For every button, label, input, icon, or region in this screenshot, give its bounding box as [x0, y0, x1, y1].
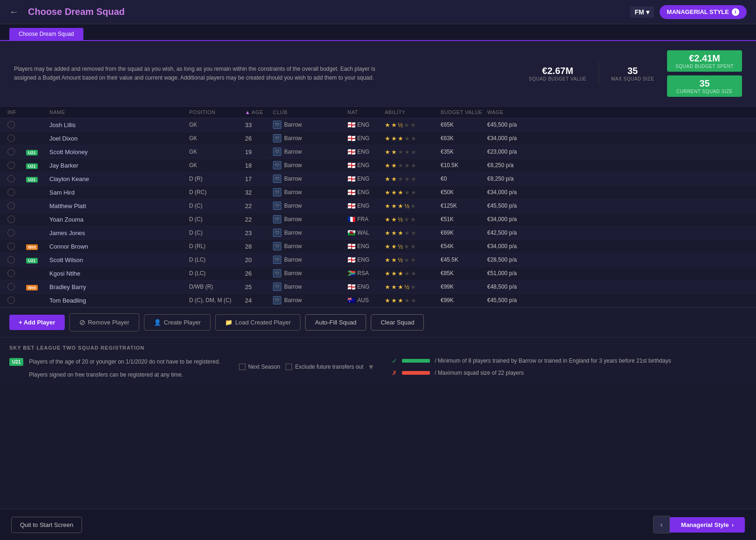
col-inf — [7, 243, 26, 250]
col-header-budget-value[interactable]: BUDGET VALUE — [441, 109, 487, 115]
rule2-text: / Maximum squad size of 22 players — [435, 370, 524, 376]
managerial-style-button[interactable]: MANAGERIAL STYLE i — [660, 5, 747, 19]
player-age: 20 — [245, 256, 273, 263]
player-nationality: 🏴󠁧󠁢󠁥󠁮󠁧󠁿 ENG — [347, 283, 385, 290]
registration-title: SKY BET LEAGUE TWO SQUAD REGISTRATION — [9, 345, 747, 351]
col-inf — [7, 256, 26, 263]
player-age: 22 — [245, 216, 273, 223]
rule1-text: / Minimum of 8 players trained by Barrow… — [435, 358, 671, 364]
table-row[interactable]: Matthew Platt D (C) 22 🛡 Barrow 🏴󠁧󠁢󠁥󠁮󠁧󠁿 … — [0, 199, 756, 213]
auto-fill-squad-button[interactable]: Auto-Fill Squad — [305, 314, 366, 331]
create-player-button[interactable]: 👤 Create Player — [144, 314, 211, 331]
club-shield-icon: 🛡 — [273, 121, 281, 129]
table-row[interactable]: Sam Hird D (RC) 32 🛡 Barrow 🏴󠁧󠁢󠁥󠁮󠁧󠁿 ENG … — [0, 186, 756, 199]
player-nationality: 🇫🇷 FRA — [347, 216, 385, 223]
table-row[interactable]: U21 Scott Moloney GK 19 🛡 Barrow 🏴󠁧󠁢󠁥󠁮󠁧󠁿… — [0, 145, 756, 159]
player-position: D (LC) — [189, 256, 245, 263]
check-icon-1: ✓ — [392, 357, 397, 364]
remove-player-button[interactable]: ⊘ Remove Player — [69, 313, 139, 331]
flag-icon: 🏴󠁧󠁢󠁷󠁬󠁳󠁿 — [347, 229, 355, 236]
registration-left: U21 Players of the age of 20 or younger … — [9, 357, 220, 380]
col-header-club[interactable]: CLUB — [273, 109, 347, 115]
chevron-down-icon[interactable]: ▾ — [369, 362, 373, 372]
inf-check — [7, 189, 15, 196]
player-ability: ★★½★★ — [385, 216, 441, 223]
player-position: D (C) — [189, 202, 245, 209]
col-badge: U21 — [26, 148, 49, 155]
player-ability: ★★★★★ — [385, 162, 441, 169]
club-shield-icon: 🛡 — [273, 215, 281, 223]
player-nationality: 🏴󠁧󠁢󠁥󠁮󠁧󠁿 ENG — [347, 189, 385, 196]
player-wage: €8,250 p/a — [487, 162, 543, 169]
player-wage: €8,250 p/a — [487, 176, 543, 182]
col-badge: U21 — [26, 256, 49, 263]
clear-squad-button[interactable]: Clear Squad — [371, 314, 424, 331]
fm-menu-button[interactable]: FM ▾ — [630, 7, 654, 18]
next-season-button[interactable]: Managerial Style › — [670, 517, 745, 533]
table-row[interactable]: Wnt Connor Brown D (RL) 28 🛡 Barrow 🏴󠁧󠁢󠁥… — [0, 240, 756, 253]
flag-icon: 🇿🇦 — [347, 270, 355, 277]
prev-button[interactable]: ‹ — [653, 516, 670, 533]
cross-icon-1: ✗ — [392, 369, 397, 377]
tab-choose-dream-squad[interactable]: Choose Dream Squad — [9, 28, 83, 40]
inf-check — [7, 216, 15, 223]
player-budget-value: €51K — [441, 216, 487, 223]
player-ability: ★★★★★ — [385, 189, 441, 196]
player-budget-value: €99K — [441, 284, 487, 290]
flag-icon: 🇫🇷 — [347, 216, 355, 223]
player-ability: ★★★★★ — [385, 135, 441, 142]
col-header-name[interactable]: NAME — [49, 109, 189, 115]
table-row[interactable]: James Jones D (C) 23 🛡 Barrow 🏴󠁧󠁢󠁷󠁬󠁳󠁿 WA… — [0, 226, 756, 240]
exclude-transfers-checkbox-input[interactable] — [286, 364, 292, 370]
player-ability: ★★★★★ — [385, 297, 441, 304]
col-header-ability[interactable]: ABILITY — [385, 109, 441, 115]
player-position: GK — [189, 148, 245, 155]
back-button[interactable]: ← — [9, 7, 19, 17]
u21-badge: U21 — [26, 177, 38, 182]
player-name: Bradley Barry — [49, 284, 189, 290]
player-club: 🛡 Barrow — [273, 242, 347, 250]
table-row[interactable]: U21 Jay Barker GK 18 🛡 Barrow 🏴󠁧󠁢󠁥󠁮󠁧󠁿 EN… — [0, 159, 756, 172]
player-ability: ★★★★★ — [385, 176, 441, 182]
header-right: FM ▾ MANAGERIAL STYLE i — [630, 5, 747, 19]
player-position: GK — [189, 122, 245, 128]
table-row[interactable]: U21 Clayton Keane D (R) 17 🛡 Barrow 🏴󠁧󠁢󠁥… — [0, 172, 756, 186]
player-position: D (C) — [189, 216, 245, 223]
u21-badge: U21 — [26, 150, 38, 155]
player-wage: €45,500 p/a — [487, 202, 543, 209]
col-header-wage[interactable]: WAGE — [487, 109, 543, 115]
player-nationality: 🏴󠁧󠁢󠁥󠁮󠁧󠁿 ENG — [347, 243, 385, 250]
table-row[interactable]: Wnt Bradley Barry D/WB (R) 25 🛡 Barrow 🏴… — [0, 280, 756, 294]
table-row[interactable]: Kgosi Ntlhe D (LC) 26 🛡 Barrow 🇿🇦 RSA ★★… — [0, 267, 756, 280]
col-header-age[interactable]: ▲ AGE — [245, 109, 273, 115]
player-wage: €48,500 p/a — [487, 284, 543, 290]
player-name: Yoan Zouma — [49, 216, 189, 223]
player-budget-value: €125K — [441, 202, 487, 209]
table-row[interactable]: Josh Lillis GK 33 🛡 Barrow 🏴󠁧󠁢󠁥󠁮󠁧󠁿 ENG ★… — [0, 118, 756, 132]
col-header-nat[interactable]: NAT — [347, 109, 385, 115]
quit-button[interactable]: Quit to Start Screen — [11, 517, 82, 533]
player-name: Scott Wilson — [49, 256, 189, 263]
add-player-button[interactable]: + Add Player — [9, 315, 65, 330]
player-name: Joel Dixon — [49, 135, 189, 142]
table-row[interactable]: Yoan Zouma D (C) 22 🛡 Barrow 🇫🇷 FRA ★★½★… — [0, 213, 756, 226]
load-created-player-button[interactable]: 📁 Load Created Player — [215, 314, 300, 331]
player-age: 33 — [245, 122, 273, 128]
inf-check — [7, 135, 15, 142]
col-inf — [7, 121, 26, 128]
player-club: 🛡 Barrow — [273, 148, 347, 156]
table-row[interactable]: Joel Dixon GK 26 🛡 Barrow 🏴󠁧󠁢󠁥󠁮󠁧󠁿 ENG ★★… — [0, 132, 756, 145]
progress-bar-red — [402, 371, 430, 375]
info-icon: i — [732, 8, 739, 16]
player-name: Tom Beadling — [49, 297, 189, 304]
max-squad-size: 35 MAX SQUAD SIZE — [611, 66, 654, 81]
player-nationality: 🇿🇦 RSA — [347, 270, 385, 277]
player-wage: €51,000 p/a — [487, 270, 543, 277]
player-club: 🛡 Barrow — [273, 134, 347, 142]
next-season-checkbox-input[interactable] — [239, 364, 245, 370]
table-row[interactable]: U21 Scott Wilson D (LC) 20 🛡 Barrow 🏴󠁧󠁢󠁥… — [0, 253, 756, 267]
registration-checkboxes: Next Season Exclude future transfers out… — [239, 362, 373, 372]
col-header-position[interactable]: POSITION — [189, 109, 245, 115]
app-header: ← Choose Dream Squad FM ▾ MANAGERIAL STY… — [0, 0, 756, 24]
table-row[interactable]: Tom Beadling D (C), DM, M (C) 24 🛡 Barro… — [0, 294, 756, 307]
